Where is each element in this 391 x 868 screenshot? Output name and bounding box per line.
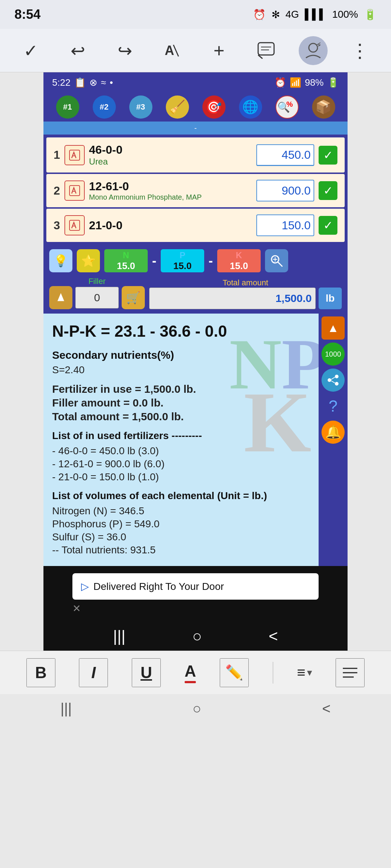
fert-check-1[interactable]: ✓ [319,146,337,165]
inner-alarm-icon: ⏰ [274,77,286,88]
fert-right-2: ✓ [256,180,337,201]
fert-code-2: 12-61-0 [89,180,202,193]
fert-edit-2[interactable] [64,180,85,201]
star-icon-btn[interactable]: ⭐ [77,249,100,272]
fert-check-2[interactable]: ✓ [319,181,337,200]
user-button[interactable] [299,36,328,65]
fert-num-1: 1 [54,148,60,162]
more-button[interactable]: ⋮ [346,36,375,65]
filler-group: Filler 🛒 [49,277,145,309]
redo-button[interactable]: ↪ [110,36,139,65]
secondary-title: Secondary nutrients(%) [52,349,310,361]
icon-2[interactable]: #2 [93,95,116,119]
battery-text: 100% [332,9,358,20]
list-item-1: - 46-0-0 = 450.0 lb (3.0) [52,445,310,457]
app-screen: 5:22 📋 ⊗ ≈ • ⏰ 📶 98% 🔋 #1 #2 #3 🧹 🎯 🌐 🔍 … [43,72,348,651]
bell-btn[interactable]: 🔔 [321,421,345,444]
underline-btn[interactable]: U [132,658,161,687]
filler-input[interactable] [75,287,119,309]
fert-container: 1 46-0-0 Urea ✓ [43,135,348,245]
fert-right-3: ✓ [256,214,337,236]
volume-total: -- Total nutrients: 931.5 [52,544,310,556]
nav-back-btn[interactable]: < [269,627,278,645]
p-value: 15.0 [173,260,192,272]
fert-input-3[interactable] [256,214,314,236]
n-value: 15.0 [117,260,135,272]
fert-check-3[interactable]: ✓ [319,216,337,235]
ad-close-btn[interactable]: ✕ [72,603,319,614]
filler-icon-btn[interactable] [49,286,72,309]
bottom-home-btn[interactable]: ○ [193,701,201,717]
inner-status-bar: 5:22 📋 ⊗ ≈ • ⏰ 📶 98% 🔋 [43,72,348,93]
fert-code-1: 46-0-0 [89,143,123,157]
nav-menu-btn[interactable]: ||| [113,627,125,645]
comment-button[interactable] [252,36,281,65]
volume-p: Phosphorus (P) = 549.0 [52,518,310,530]
icon-target[interactable]: 🎯 [202,95,226,119]
fert-code-3: 21-0-0 [89,219,123,232]
bottom-nav: ||| ○ < [0,694,391,723]
fert-edit-1[interactable] [64,145,85,165]
inner-signal-icon: ≈ [101,77,106,88]
list-btn[interactable] [336,658,365,687]
fert-left-2: 2 12-61-0 Mono Ammonium Phosphate, MAP [54,180,202,201]
inner-battery-icon: 🔋 [327,77,339,88]
icon-package[interactable]: 📦 [312,95,335,119]
secondary-value: S=2.40 [52,364,310,376]
blue-bar: - [43,122,348,135]
text-color-btn[interactable]: A [185,662,196,683]
fert-input-2[interactable] [256,180,314,201]
editor-toolbar: ✓ ↩ ↪ A + ⋮ [0,29,391,72]
network-icon: 4G [286,9,299,20]
align-btn[interactable]: ≡ ▾ [297,664,312,681]
icon-magnify[interactable]: 🔍 % [276,95,299,119]
thousand-btn[interactable]: 1000 [321,342,345,366]
icon-broom[interactable]: 🧹 [166,95,189,119]
share-btn[interactable] [321,369,345,392]
total-group: Total amount lb [149,278,342,309]
status-icons: ⏰ ✻ 4G ▌▌▌ 100% 🔋 [253,9,377,21]
icon-3[interactable]: #3 [129,95,152,119]
n-label: N [123,250,129,260]
k-label: K [236,250,242,260]
bottom-menu-btn[interactable]: ||| [60,701,72,717]
k-box[interactable]: K 15.0 [217,249,261,272]
total-input[interactable] [149,288,316,309]
unit-lb-btn[interactable]: lb [319,288,342,309]
nav-home-btn[interactable]: ○ [192,627,202,645]
help-btn[interactable]: ? [321,395,345,418]
text-format-button[interactable]: A [157,36,186,65]
inner-time: 5:22 [52,77,71,88]
svg-line-17 [278,262,282,267]
filler-label: Filler [88,277,106,286]
blue-bar-dot: - [194,124,197,132]
cart-icon-btn[interactable]: 🛒 [122,286,145,309]
bold-btn[interactable]: B [26,658,55,687]
highlight-btn[interactable]: ✏️ [220,658,249,687]
fert-input-1[interactable] [256,144,314,166]
icon-1[interactable]: #1 [56,95,79,119]
fert-row-3: 3 21-0-0 ✓ [46,209,345,242]
top-status-bar: 8:54 ⏰ ✻ 4G ▌▌▌ 100% 🔋 [0,0,391,29]
npk-search-btn[interactable] [265,249,288,272]
inner-status-right: ⏰ 📶 98% 🔋 [274,77,339,88]
add-button[interactable]: + [205,36,234,65]
svg-line-24 [331,381,335,383]
format-divider [273,662,273,684]
p-box[interactable]: P 15.0 [161,249,204,272]
n-box[interactable]: N 15.0 [104,249,148,272]
status-time: 8:54 [14,7,41,22]
undo-button[interactable]: ↩ [63,36,92,65]
results-area: NP K N-P-K = 23.1 - 36.6 - 0.0 Secondary… [43,314,348,566]
fert-info-3: 21-0-0 [89,219,123,232]
list-item-3: - 21-0-0 = 150.0 lb (1.0) [52,471,310,483]
bulb-icon-btn[interactable]: 💡 [49,249,72,272]
italic-btn[interactable]: I [79,658,108,687]
bottom-back-btn[interactable]: < [322,701,331,717]
svg-line-23 [331,377,335,379]
up-arrow-btn[interactable]: ▲ [321,316,345,340]
check-button[interactable]: ✓ [16,36,45,65]
fert-edit-3[interactable] [64,215,85,235]
fert-in-use: Fertilizer in use = 1,500.0 lb. [52,383,310,395]
icon-globe[interactable]: 🌐 [239,95,262,119]
